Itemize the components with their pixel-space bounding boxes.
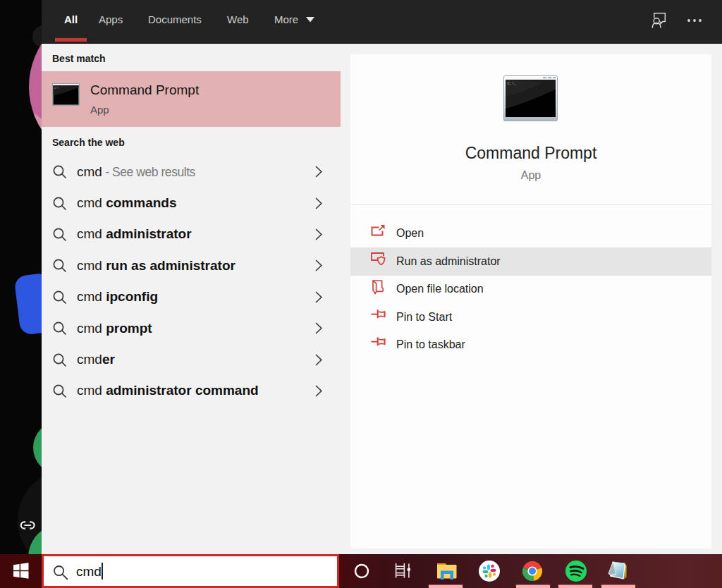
svg-text:C:\_: C:\_: [54, 86, 61, 89]
svg-text:C:\_: C:\_: [508, 81, 518, 86]
